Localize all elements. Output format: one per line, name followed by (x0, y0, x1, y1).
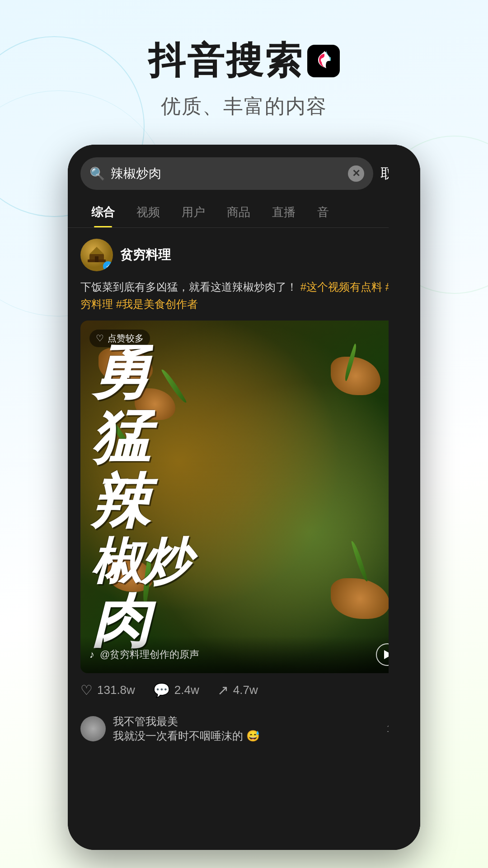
phone-screen: 🔍 辣椒炒肉 ✕ 取消 综合 视频 用户 商品 直播 音 (68, 145, 420, 850)
comments-stat[interactable]: 💬 2.4w (153, 682, 199, 698)
shares-stat[interactable]: ↗ 4.7w (217, 682, 258, 698)
tab-商品[interactable]: 商品 (216, 197, 261, 227)
app-subtitle: 优质、丰富的内容 (0, 93, 488, 120)
video-title-line2: 猛 (91, 405, 150, 469)
search-icon: 🔍 (89, 166, 105, 181)
svg-marker-2 (89, 247, 104, 254)
comment-avatar (80, 716, 106, 741)
description-area: 下饭菜到底有多凶猛，就看这道辣椒炒肉了！ #这个视频有点料 #贫穷料理 #我是美… (68, 278, 420, 321)
hashtag-1[interactable]: #这个视频有点料 (300, 281, 382, 293)
video-title-line3: 辣 (91, 469, 150, 534)
comments-count: 2.4w (174, 683, 199, 697)
shares-count: 4.7w (233, 683, 258, 697)
app-title: 抖音搜索 (0, 36, 488, 86)
tab-综合[interactable]: 综合 (80, 197, 126, 227)
tab-直播[interactable]: 直播 (261, 197, 306, 227)
video-title-line4: 椒炒 (91, 534, 191, 589)
clear-search-button[interactable]: ✕ (348, 165, 364, 182)
right-dark-panel (389, 145, 420, 850)
comment-preview: 我不管我最美 我就没一次看时不咽唾沫的 😅 1.2w (68, 707, 420, 750)
video-overlay-text: 勇 猛 辣 椒炒 肉 (80, 321, 408, 673)
likes-stat[interactable]: ♡ 131.8w (80, 682, 135, 698)
verified-badge: ✓ (103, 261, 113, 271)
tab-视频[interactable]: 视频 (126, 197, 171, 227)
tiktok-logo-icon (307, 45, 340, 77)
comment-stat-icon: 💬 (153, 682, 170, 698)
video-source-label: @贫穷料理创作的原声 (100, 648, 371, 661)
svg-rect-3 (95, 256, 99, 262)
search-input-container[interactable]: 🔍 辣椒炒肉 ✕ (80, 157, 373, 190)
description-text: 下饭菜到底有多凶猛，就看这道辣椒炒肉了！ (80, 281, 297, 293)
share-stat-icon: ↗ (217, 682, 229, 698)
hashtag-3[interactable]: #我是美食创作者 (116, 298, 198, 310)
search-bar-area: 🔍 辣椒炒肉 ✕ 取消 (68, 145, 420, 197)
tabs-area: 综合 视频 用户 商品 直播 音 (68, 197, 420, 228)
title-text: 抖音搜索 (148, 36, 304, 86)
likes-count: 131.8w (97, 683, 135, 697)
comment-author-name: 我不管我最美 (113, 714, 380, 729)
video-thumbnail[interactable]: ♡ 点赞较多 勇 猛 辣 椒炒 肉 ♪ @贫穷料理创作的原声 (80, 321, 408, 673)
search-query-text: 辣椒炒肉 (111, 165, 343, 182)
comment-info: 我不管我最美 我就没一次看时不咽唾沫的 😅 (113, 714, 380, 743)
phone-container: 🔍 辣椒炒肉 ✕ 取消 综合 视频 用户 商品 直播 音 (68, 145, 420, 850)
tab-音[interactable]: 音 (306, 197, 340, 227)
author-name: 贫穷料理 (120, 246, 385, 264)
tab-用户[interactable]: 用户 (171, 197, 216, 227)
heart-stat-icon: ♡ (80, 682, 93, 698)
video-title-line1: 勇 (91, 340, 150, 405)
stats-row: ♡ 131.8w 💬 2.4w ↗ 4.7w (68, 673, 420, 707)
comment-text: 我就没一次看时不咽唾沫的 😅 (113, 729, 380, 743)
content-area: ✓ 贫穷料理 ··· 下饭菜到底有多凶猛，就看这道辣椒炒肉了！ #这个视频有点料… (68, 228, 420, 850)
video-bottom-bar: ♪ @贫穷料理创作的原声 (80, 636, 408, 673)
header-section: 抖音搜索 优质、丰富的内容 (0, 0, 488, 138)
tiktok-audio-icon: ♪ (89, 649, 94, 660)
author-avatar: ✓ (80, 239, 113, 271)
author-row: ✓ 贫穷料理 ··· (68, 228, 420, 278)
